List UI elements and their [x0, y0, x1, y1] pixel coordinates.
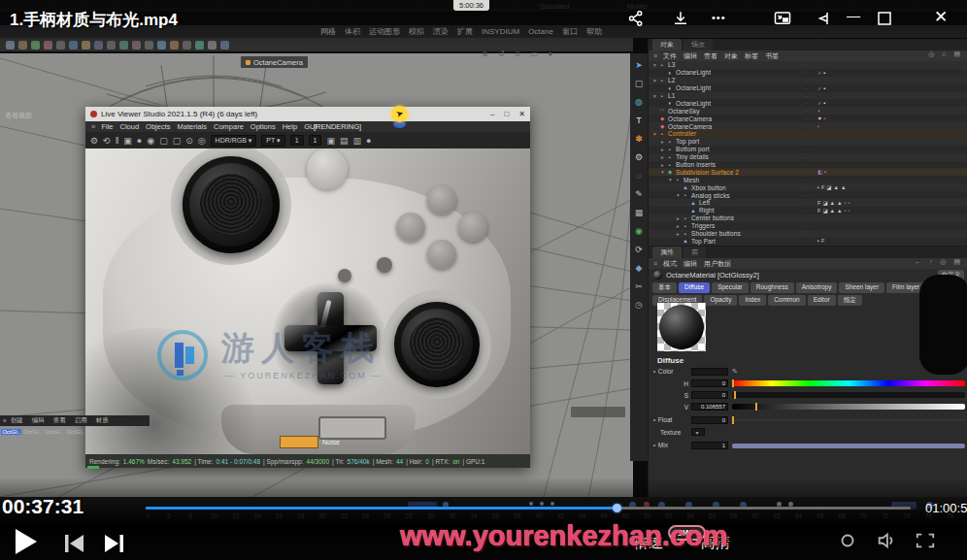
hue-slider-handle[interactable] — [732, 379, 734, 387]
material-channel-tab[interactable]: Index — [739, 295, 766, 306]
material-thumbnail[interactable]: OctGl.. — [22, 428, 43, 435]
visibility-dots[interactable]: ·· — [804, 154, 810, 160]
sat-slider[interactable] — [732, 392, 965, 398]
volume-icon[interactable] — [876, 531, 897, 550]
strip-tool-icon[interactable]: ▢ — [631, 75, 647, 93]
lv-tool-icon[interactable]: ◉ — [147, 136, 154, 146]
menu-item[interactable]: 用户数据 — [704, 259, 731, 269]
strip-tool-icon[interactable]: T — [631, 112, 647, 130]
visibility-dots[interactable]: ·· — [804, 139, 810, 145]
lv-tool-icon[interactable]: ● — [137, 136, 142, 146]
material-preview[interactable] — [657, 303, 706, 351]
menu-item[interactable]: Options — [250, 122, 276, 131]
object-tag-icon[interactable]: ▪ — [824, 70, 826, 76]
visibility-dots[interactable]: ·· — [804, 200, 810, 206]
visibility-dots[interactable]: ·· — [804, 78, 810, 83]
object-tag-icon[interactable]: ▲ — [837, 200, 842, 206]
visibility-dots[interactable]: ·· — [804, 162, 810, 168]
object-tree-item[interactable]: ▾▪L2·· — [649, 77, 967, 84]
object-tag-icon[interactable]: F — [821, 238, 824, 244]
panel-burger-icon[interactable]: ≡ — [653, 52, 657, 59]
lv-maximize-button[interactable]: □ — [504, 110, 509, 118]
strip-tool-icon[interactable]: ◉ — [631, 222, 647, 241]
material-channel-tab[interactable]: Anisotropy — [796, 282, 838, 293]
object-tag-icon[interactable]: ▲ — [830, 200, 835, 206]
next-button[interactable] — [101, 533, 126, 554]
menu-item[interactable]: Objects — [146, 122, 170, 131]
lv-burger-icon[interactable]: ≡ — [91, 122, 95, 131]
hue-field[interactable]: 0 — [691, 379, 728, 387]
object-tree-item[interactable]: ▸▪Triggers·· — [649, 222, 967, 230]
panel-burger-icon[interactable]: ≡ — [653, 260, 657, 267]
color-mode-dropdown[interactable]: HDR/RGB ▾ — [211, 135, 257, 147]
om-header-icons[interactable]: ◎ ⌂ ▤ — [928, 50, 963, 58]
object-tree-item[interactable]: ▾◈Subdivision Surface 2··◧▪ — [649, 168, 967, 176]
lv-tool-icon[interactable]: ▣ — [123, 136, 132, 146]
object-tree-item[interactable]: ▸▪Bottom port·· — [649, 146, 967, 153]
object-tree-item[interactable]: ▾▪L1·· — [649, 92, 967, 100]
tab-attributes[interactable]: 属性 — [652, 247, 682, 258]
strip-tool-icon[interactable]: ✎ — [631, 185, 647, 204]
eyedropper-icon[interactable]: ✎ — [732, 368, 738, 376]
object-tree-item[interactable]: ▾▪Controller·· — [649, 130, 967, 138]
visibility-dots[interactable]: ·· — [804, 62, 810, 68]
object-tag-icon[interactable]: ✦ — [817, 115, 822, 121]
mix-label[interactable]: ∘ Mix — [652, 442, 691, 449]
material-channel-tab[interactable]: Common — [768, 295, 805, 306]
visibility-dots[interactable]: ·· — [804, 115, 810, 121]
tab-layers[interactable]: 层 — [684, 247, 706, 258]
visibility-dots[interactable]: ·· — [804, 177, 810, 182]
lv-tool-icon[interactable]: ▥ — [352, 136, 361, 146]
lv-minimize-button[interactable]: – — [490, 110, 494, 118]
tree-caret-icon[interactable]: ▾ — [651, 62, 658, 68]
lv-tool-icon[interactable]: ⊙ — [185, 136, 193, 146]
object-tag-icon[interactable]: ◪ — [822, 200, 827, 206]
menu-item[interactable]: 编辑 — [32, 416, 45, 425]
tree-caret-icon[interactable]: ▸ — [675, 231, 682, 237]
object-tag-icon[interactable]: ▪ — [817, 123, 819, 129]
strip-tool-icon[interactable]: ◍ — [631, 93, 647, 112]
object-tag-icon[interactable]: ▲ — [837, 208, 842, 214]
strip-tool-icon[interactable]: ✽ — [631, 130, 647, 148]
visibility-dots[interactable]: ·· — [804, 192, 810, 198]
color-swatch[interactable] — [691, 368, 728, 376]
visibility-dots[interactable]: ·· — [804, 184, 810, 190]
object-tree-item[interactable]: ◠OctaneSky··◗ — [649, 107, 967, 115]
float-slider[interactable] — [732, 419, 965, 421]
lv-tool-icon[interactable]: ▣ — [326, 136, 335, 146]
strip-tool-icon[interactable]: ➤ — [631, 56, 647, 75]
object-tag-icon[interactable]: ✓ — [817, 100, 822, 106]
material-channel-tab[interactable]: Editor — [808, 295, 836, 306]
object-tag-icon[interactable]: ▪ — [817, 184, 819, 190]
strip-tool-icon[interactable]: ⚙ — [631, 148, 647, 167]
viewport-gizmo-icons[interactable]: ⊕ ↺ ⊙ ▭ ● — [482, 49, 556, 58]
strip-tool-icon[interactable]: ◌ — [631, 167, 647, 185]
tree-caret-icon[interactable]: ▸ — [659, 147, 666, 152]
prev-button[interactable] — [62, 533, 87, 554]
object-tag-icon[interactable]: ▪ — [824, 115, 826, 121]
visibility-dots[interactable]: ·· — [804, 231, 810, 237]
lv-tool-icon[interactable]: ● — [366, 136, 371, 146]
visibility-dots[interactable]: ·· — [804, 85, 810, 91]
menu-item[interactable]: 标签 — [745, 51, 758, 61]
val-slider[interactable] — [732, 404, 965, 410]
tree-caret-icon[interactable]: ▾ — [667, 177, 674, 182]
object-tag-icon[interactable]: F — [821, 184, 824, 190]
fullscreen-icon[interactable] — [915, 531, 936, 550]
object-tag-icon[interactable]: ▫ — [844, 208, 846, 214]
live-viewer-titlebar[interactable]: Live Viewer Studio 2021.1.5 (R4) (6 days… — [85, 107, 530, 121]
lv-tool-icon[interactable]: ⟲ — [103, 136, 111, 146]
tree-caret-icon[interactable]: ▸ — [659, 154, 666, 160]
visibility-dots[interactable]: ·· — [804, 100, 810, 106]
download-icon[interactable] — [670, 10, 691, 27]
strip-tool-icon[interactable]: ✂ — [631, 278, 647, 296]
render-view[interactable]: Noise — [85, 148, 530, 454]
menu-item[interactable]: 查看 — [53, 416, 66, 425]
visibility-dots[interactable]: ·· — [804, 123, 810, 129]
tree-caret-icon[interactable]: ▾ — [651, 131, 658, 137]
menu-item[interactable]: 文件 — [663, 51, 677, 61]
object-tree-item[interactable]: ▸▪Top port·· — [649, 138, 967, 146]
menu-item[interactable]: 启用 — [75, 416, 87, 425]
object-tree-item[interactable]: ◐OctaneLight··✓▪ — [649, 69, 967, 77]
menu-item[interactable]: 查看 — [704, 51, 717, 61]
